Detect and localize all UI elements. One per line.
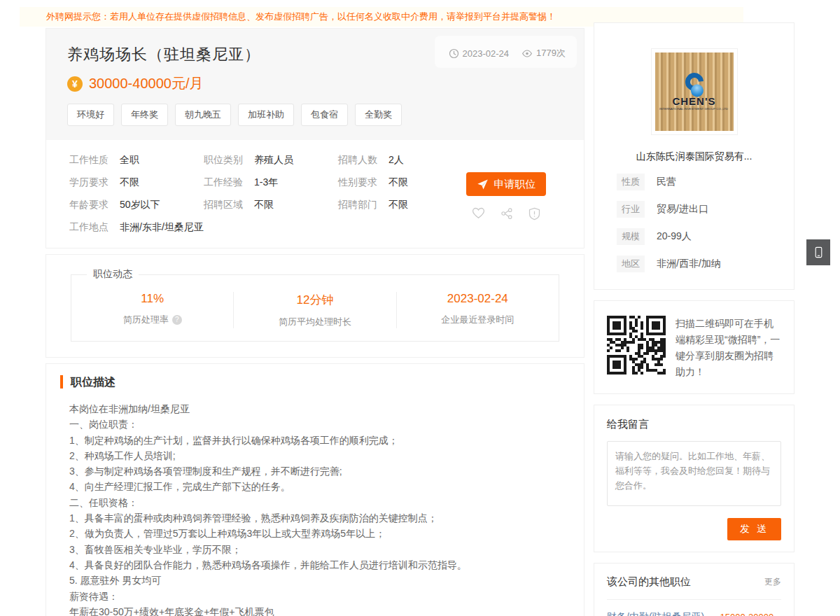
more-link[interactable]: 更多 bbox=[764, 576, 781, 588]
company-logo-c-globe-icon bbox=[681, 69, 707, 94]
job-card: 2023-02-24 1779次 养鸡场场长（驻坦桑尼亚） 30000-4000… bbox=[46, 28, 584, 248]
job-fact: 工作经验 1-3年 bbox=[204, 175, 338, 189]
salary-value: 30000-40000元/月 bbox=[89, 74, 203, 93]
message-heading: 给我留言 bbox=[607, 418, 781, 431]
company-field: 性质 民营 bbox=[617, 174, 771, 190]
other-job-top: 财务/内勤(驻坦桑尼亚) 15000-20000... bbox=[607, 611, 781, 616]
apply-button[interactable]: 申请职位 bbox=[466, 172, 546, 196]
job-description-line: 4、向生产经理汇报工作，完成生产部下达的任务。 bbox=[69, 479, 561, 494]
job-description-line: 本岗位在非洲加纳/坦桑尼亚 bbox=[69, 401, 561, 416]
job-fact-value: 1-3年 bbox=[254, 175, 278, 189]
other-job-item[interactable]: 财务/内勤(驻坦桑尼亚) 15000-20000... 非洲/东非/坦桑尼亚 |… bbox=[607, 600, 781, 616]
company-fields: 性质 民营 行业 贸易/进出口 规模 20-99人 地区 非洲/西非/加纳 bbox=[594, 174, 794, 272]
benefit-tag: 全勤奖 bbox=[355, 104, 402, 126]
qr-code bbox=[607, 316, 666, 374]
company-logo-text: CHEN'S bbox=[672, 95, 715, 107]
job-dynamics-box: 职位动态 11% 简历处理率 ? 12分钟 简历平均处理时长 bbox=[71, 274, 559, 342]
dynamics-stat-value: 12分钟 bbox=[234, 292, 396, 308]
dynamics-stat-label: 简历处理率 bbox=[123, 314, 169, 326]
company-field-value: 民营 bbox=[657, 176, 676, 188]
paper-plane-icon bbox=[477, 178, 489, 190]
dynamics-stat-label: 简历平均处理时长 bbox=[279, 316, 351, 328]
publish-date-item: 2023-02-24 bbox=[449, 48, 510, 59]
job-fact-label: 学历要求 bbox=[69, 175, 120, 189]
share-icon[interactable] bbox=[500, 207, 513, 223]
message-card: 给我留言 发 送 bbox=[594, 405, 794, 552]
clock-icon bbox=[449, 48, 459, 59]
job-fact: 年龄要求 50岁以下 bbox=[69, 197, 204, 211]
job-description-heading: 职位描述 bbox=[60, 375, 584, 388]
company-field-label: 行业 bbox=[617, 201, 645, 218]
company-logo-subtext: INTERNATIONAL INVESTMENT GROUP CO.,LTD bbox=[660, 107, 729, 110]
job-description-line: 3、参与制定种鸡场各项管理制度和生产规程，并不断进行完善; bbox=[69, 463, 561, 479]
job-fact-label: 招聘人数 bbox=[338, 153, 388, 167]
job-fact-label: 年龄要求 bbox=[69, 197, 120, 211]
favorite-heart-icon[interactable] bbox=[472, 207, 485, 223]
job-fact: 职位类别 养殖人员 bbox=[204, 153, 338, 167]
company-logo[interactable]: CHEN'S INTERNATIONAL INVESTMENT GROUP CO… bbox=[651, 48, 738, 135]
company-name[interactable]: 山东陈氏润泰国际贸易有... bbox=[594, 150, 794, 163]
job-detail-main: 2023-02-24 1779次 养鸡场场长（驻坦桑尼亚） 30000-4000… bbox=[46, 28, 584, 616]
dynamics-stat: 11% 简历处理率 ? bbox=[71, 292, 233, 328]
dynamics-stat-label-row: 简历处理率 ? bbox=[71, 314, 233, 326]
job-fact-value: 50岁以下 bbox=[120, 197, 160, 211]
yen-coin-icon bbox=[67, 76, 83, 92]
dynamics-stat-value: 11% bbox=[71, 292, 233, 306]
other-job-salary: 15000-20000... bbox=[720, 612, 781, 616]
company-field-label: 地区 bbox=[617, 255, 645, 272]
job-fact-value: 不限 bbox=[254, 197, 274, 211]
job-fact-value: 2人 bbox=[388, 153, 404, 167]
publish-date: 2023-02-24 bbox=[463, 48, 510, 59]
job-fact-label: 招聘部门 bbox=[338, 197, 388, 211]
help-question-icon[interactable]: ? bbox=[172, 315, 182, 325]
job-fact: 招聘人数 2人 bbox=[338, 153, 561, 167]
job-facts: 工作性质 全职 职位类别 养殖人员 招聘人数 2人 学历要求 bbox=[46, 140, 584, 248]
job-fact-label: 工作性质 bbox=[69, 153, 120, 167]
job-description-line: 2、做为负责人，管理过5万套以上种鸡场3年以上或大型养鸡场5年以上； bbox=[69, 526, 561, 541]
company-card: CHEN'S INTERNATIONAL INVESTMENT GROUP CO… bbox=[594, 22, 794, 290]
job-dynamics-card: 职位动态 11% 简历处理率 ? 12分钟 简历平均处理时长 bbox=[46, 254, 584, 358]
job-description-line: 1、制定种鸡场的生产计划，监督并执行以确保种鸡场各项工作的顺利完成； bbox=[69, 433, 561, 448]
dynamics-stat-value: 2023-02-24 bbox=[397, 292, 559, 306]
benefit-tag: 加班补助 bbox=[238, 104, 294, 126]
company-field-label: 规模 bbox=[617, 228, 645, 245]
job-description-line: 2、种鸡场工作人员培训; bbox=[69, 448, 561, 463]
other-jobs-header: 该公司的其他职位 更多 bbox=[607, 575, 781, 600]
message-input[interactable] bbox=[607, 441, 781, 506]
job-description-line: 薪资待遇： bbox=[69, 589, 561, 604]
job-fact-label: 招聘区域 bbox=[204, 197, 254, 211]
benefit-tag: 朝九晚五 bbox=[175, 104, 231, 126]
job-location-value: 非洲/东非/坦桑尼亚 bbox=[120, 220, 204, 234]
send-button[interactable]: 发 送 bbox=[727, 518, 781, 540]
salary-row: 30000-40000元/月 bbox=[67, 74, 563, 93]
company-field: 行业 贸易/进出口 bbox=[617, 201, 771, 218]
company-field-label: 性质 bbox=[617, 174, 645, 190]
other-job-title[interactable]: 财务/内勤(驻坦桑尼亚) bbox=[607, 611, 704, 616]
job-fact: 招聘区域 不限 bbox=[204, 197, 338, 211]
benefit-tags: 环境好年终奖朝九晚五加班补助包食宿全勤奖 bbox=[67, 104, 563, 126]
dynamics-stat: 12分钟 简历平均处理时长 bbox=[233, 292, 396, 328]
view-count-item: 1779次 bbox=[522, 47, 566, 59]
other-jobs-heading: 该公司的其他职位 bbox=[607, 575, 691, 589]
report-shield-icon[interactable] bbox=[528, 207, 540, 223]
other-jobs-card: 该公司的其他职位 更多 财务/内勤(驻坦桑尼亚) 15000-20000... … bbox=[594, 563, 794, 616]
benefit-tag: 年终奖 bbox=[121, 104, 168, 126]
apply-button-label: 申请职位 bbox=[494, 178, 536, 191]
job-description-line: 一、岗位职责： bbox=[69, 416, 561, 432]
job-fact-label: 性别要求 bbox=[338, 175, 388, 189]
qr-card: 扫描二维码即可在手机端精彩呈现“微招聘”，一键分享到朋友圈为招聘助力！ bbox=[594, 300, 794, 394]
company-field: 地区 非洲/西非/加纳 bbox=[617, 255, 771, 272]
job-description-line: 二、任职资格： bbox=[69, 495, 561, 510]
job-description-card: 职位描述 本岗位在非洲加纳/坦桑尼亚一、岗位职责：1、制定种鸡场的生产计划，监督… bbox=[46, 363, 584, 616]
smartphone-icon bbox=[812, 246, 825, 259]
job-fact-value: 养殖人员 bbox=[254, 153, 293, 167]
job-dynamics-columns: 11% 简历处理率 ? 12分钟 简历平均处理时长 bbox=[71, 292, 559, 328]
sidebar: CHEN'S INTERNATIONAL INVESTMENT GROUP CO… bbox=[594, 22, 794, 616]
view-count: 1779次 bbox=[536, 47, 566, 59]
mobile-view-float-button[interactable] bbox=[806, 239, 830, 265]
qr-caption: 扫描二维码即可在手机端精彩呈现“微招聘”，一键分享到朋友圈为招聘助力！ bbox=[676, 316, 783, 380]
job-fact-label: 工作经验 bbox=[204, 175, 254, 189]
company-field-value: 非洲/西非/加纳 bbox=[657, 258, 721, 270]
dynamics-stat-label: 企业最近登录时间 bbox=[441, 314, 514, 326]
dynamics-stat-label-row: 简历平均处理时长 bbox=[234, 316, 396, 328]
